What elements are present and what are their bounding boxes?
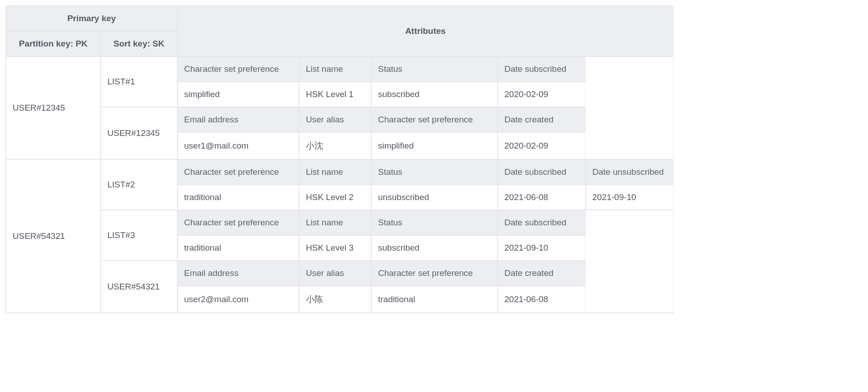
attr-value: traditional bbox=[177, 235, 299, 261]
attr-label: Email address bbox=[177, 261, 299, 286]
attr-label: Character set preference bbox=[177, 159, 299, 185]
attr-label: Status bbox=[371, 159, 498, 185]
attr-value: traditional bbox=[371, 286, 498, 313]
attr-label: Status bbox=[371, 210, 498, 235]
attr-value: user2@mail.com bbox=[177, 286, 299, 313]
attr-label: User alias bbox=[299, 261, 371, 286]
attr-label: Date unsubscribed bbox=[586, 159, 674, 185]
attr-value: user1@mail.com bbox=[177, 132, 299, 159]
attr-label: Date subscribed bbox=[498, 210, 586, 235]
attr-value: 小陈 bbox=[299, 286, 371, 313]
attr-value: 2021-06-08 bbox=[498, 286, 586, 313]
partition-key-cell: USER#54321 bbox=[6, 159, 101, 313]
attr-value: simplified bbox=[177, 82, 299, 107]
data-table: Primary key Attributes Partition key: PK… bbox=[5, 5, 673, 313]
attr-value: 2021-06-08 bbox=[498, 185, 586, 210]
header-primary-key: Primary key bbox=[6, 6, 177, 31]
sort-key-cell: USER#12345 bbox=[101, 107, 177, 159]
sort-key-cell: LIST#1 bbox=[101, 56, 177, 107]
attr-label: Date subscribed bbox=[498, 159, 586, 185]
attr-label: List name bbox=[299, 159, 371, 185]
sort-key-cell: LIST#3 bbox=[101, 210, 177, 261]
attr-label: Character set preference bbox=[177, 210, 299, 235]
attr-label: Date created bbox=[498, 107, 586, 132]
attr-label: Email address bbox=[177, 107, 299, 132]
attr-label: Character set preference bbox=[371, 107, 498, 132]
sort-key-cell: LIST#2 bbox=[101, 159, 177, 210]
header-attributes: Attributes bbox=[177, 6, 674, 56]
attr-value: 2021-09-10 bbox=[586, 185, 674, 210]
empty-cell bbox=[586, 56, 674, 159]
attr-label: Character set preference bbox=[371, 261, 498, 286]
attr-value: unsubscribed bbox=[371, 185, 498, 210]
attr-label: Date subscribed bbox=[498, 56, 586, 82]
attr-label: Date created bbox=[498, 261, 586, 286]
attr-value: HSK Level 2 bbox=[299, 185, 371, 210]
attr-value: HSK Level 3 bbox=[299, 235, 371, 261]
header-sort-key: Sort key: SK bbox=[101, 31, 177, 56]
attr-value: 小沈 bbox=[299, 132, 371, 159]
attr-value: subscribed bbox=[371, 235, 498, 261]
attr-value: simplified bbox=[371, 132, 498, 159]
header-partition-key: Partition key: PK bbox=[6, 31, 101, 56]
attr-label: List name bbox=[299, 210, 371, 235]
attr-value: 2020-02-09 bbox=[498, 132, 586, 159]
attr-value: HSK Level 1 bbox=[299, 82, 371, 107]
attr-label: User alias bbox=[299, 107, 371, 132]
attr-value: traditional bbox=[177, 185, 299, 210]
sort-key-cell: USER#54321 bbox=[101, 261, 177, 313]
attr-value: subscribed bbox=[371, 82, 498, 107]
partition-key-cell: USER#12345 bbox=[6, 56, 101, 159]
attr-label: List name bbox=[299, 56, 371, 82]
empty-cell bbox=[586, 210, 674, 313]
attr-value: 2020-02-09 bbox=[498, 82, 586, 107]
attr-label: Character set preference bbox=[177, 56, 299, 82]
attr-value: 2021-09-10 bbox=[498, 235, 586, 261]
attr-label: Status bbox=[371, 56, 498, 82]
